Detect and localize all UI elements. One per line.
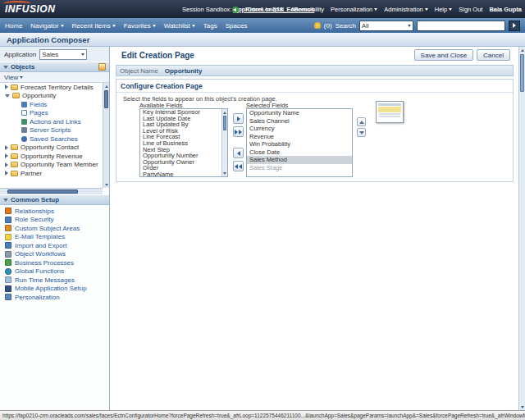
search-scope-select[interactable]: All [359, 21, 413, 31]
move-down-button[interactable] [357, 128, 366, 137]
tree-item-opportunity-revenue[interactable]: Opportunity Revenue [0, 152, 109, 161]
move-all-right-icon [235, 130, 238, 135]
tree-vertical-scrollbar[interactable] [103, 83, 109, 188]
expand-icon[interactable] [5, 153, 8, 158]
relationships-icon [5, 208, 11, 214]
tree-item-server-scripts[interactable]: Server Scripts [0, 126, 109, 135]
window-vertical-scrollbar[interactable] [518, 47, 525, 410]
object-workflows-icon [5, 251, 11, 258]
edit-page-icon[interactable] [98, 63, 106, 71]
sidebar-item-business-processes[interactable]: Business Processes [0, 258, 109, 267]
sign-out-link[interactable]: Sign Out [459, 6, 482, 13]
sidebar-item-mobile-application-setup[interactable]: Mobile Application Setup [0, 285, 109, 294]
selected-field-option[interactable]: Opportunity Name [247, 109, 352, 117]
tree-item-pages[interactable]: Pages [0, 109, 109, 118]
move-all-button[interactable] [233, 126, 244, 137]
search-go-button[interactable] [509, 21, 520, 31]
page-title: Application Composer [7, 35, 89, 44]
sidebar-item-role-security[interactable]: Role Security [0, 216, 109, 225]
scrollbar-thumb[interactable] [104, 90, 108, 108]
user-name: Bala Gupta [489, 6, 522, 13]
nav-tags[interactable]: Tags [203, 22, 217, 30]
sidebar-item-run-time-messages[interactable]: Run Time Messages [0, 276, 109, 285]
expand-icon[interactable] [5, 162, 8, 167]
nav-recent-items-menu[interactable]: Recent Items [72, 22, 116, 30]
sidebar-item-relationships[interactable]: Relationships [0, 207, 109, 216]
chevron-down-icon [192, 25, 195, 27]
help-menu[interactable]: Help [435, 6, 452, 13]
selected-field-option[interactable]: Win Probability [247, 140, 352, 148]
nav-watchlist-menu[interactable]: Watchlist [164, 22, 195, 30]
scroll-down-icon[interactable] [222, 170, 227, 176]
nav-favorites-menu[interactable]: Favorites [124, 22, 156, 30]
return-to-trial-link[interactable]: Return to Trial [245, 6, 284, 13]
save-and-close-button[interactable]: Save and Close [414, 49, 473, 61]
remove-selected-button[interactable] [233, 148, 244, 158]
sidebar-item-object-workflows[interactable]: Object Workflows [0, 250, 109, 259]
application-window: INFUSION Session Sandbox: ApplCoreLong18… [0, 0, 525, 420]
status-url: https://fap0210-crm.oracleads.com/sales/… [2, 413, 525, 418]
expand-icon[interactable] [5, 171, 8, 176]
notifications-bell-icon[interactable] [314, 22, 321, 29]
view-menu[interactable]: View [4, 74, 18, 81]
sidebar-item-global-functions[interactable]: Global Functions [0, 267, 109, 276]
objects-panel-header[interactable]: Objects [0, 62, 109, 72]
sidebar-item-personalization[interactable]: Personalization [0, 293, 109, 302]
collapse-icon [3, 66, 8, 69]
sidebar-item-import-and-export[interactable]: Import and Export [0, 241, 109, 250]
accessibility-link[interactable]: Accessibility [290, 6, 324, 13]
reorder-controls [357, 117, 366, 137]
scroll-up-icon[interactable] [222, 109, 227, 116]
move-selected-button[interactable] [233, 113, 244, 124]
tree-item-forecast-territory-details[interactable]: Forecast Territory Details [0, 83, 109, 92]
nav-home[interactable]: Home [5, 22, 22, 30]
collapse-icon[interactable] [5, 94, 10, 98]
tree-item-opportunity-contact[interactable]: Opportunity Contact [0, 144, 109, 153]
tree-toolbar: View [0, 72, 109, 83]
selected-field-option[interactable]: Revenue [247, 133, 352, 141]
selected-field-option-highlighted[interactable]: Sales Method [247, 156, 352, 164]
scrollbar-thumb[interactable] [223, 116, 226, 130]
selected-fields-list[interactable]: Opportunity Name Sales Channel Currency … [246, 108, 353, 177]
return-to-trial-icon [232, 7, 239, 13]
chevron-down-icon [153, 25, 156, 27]
tree-item-partner[interactable]: Partner [0, 169, 109, 178]
common-setup-panel-header[interactable]: Common Setup [0, 194, 109, 205]
tree-item-opportunity-team-member[interactable]: Opportunity Team Member [0, 161, 109, 170]
scrollbar-thumb[interactable] [7, 189, 78, 194]
expand-icon[interactable] [5, 84, 8, 89]
sidebar-item-custom-subject-areas[interactable]: Custom Subject Areas [0, 224, 109, 233]
selected-field-option-disabled[interactable]: Sales Stage [247, 164, 352, 172]
selected-field-option[interactable]: Close Date [247, 148, 352, 157]
sidebar-item-email-templates[interactable]: E-Mail Templates [0, 233, 109, 242]
selected-field-option[interactable]: Sales Channel [247, 117, 352, 126]
expand-icon[interactable] [5, 145, 8, 150]
available-fields-list[interactable]: Key Internal Sponsor Last Update Date La… [139, 108, 228, 177]
global-search-input[interactable] [417, 21, 505, 31]
tree-horizontal-scrollbar[interactable] [0, 188, 103, 194]
application-select[interactable]: Sales [39, 49, 87, 60]
objects-tree: Forecast Territory Details Opportunity F… [0, 83, 109, 194]
scroll-up-icon[interactable] [519, 47, 525, 53]
scroll-down-icon[interactable] [103, 181, 109, 188]
tree-item-opportunity[interactable]: Opportunity [0, 92, 109, 101]
preview-header [378, 103, 401, 106]
cancel-button[interactable]: Cancel [477, 49, 510, 61]
tree-item-fields[interactable]: Fields [0, 100, 109, 109]
nav-navigator-menu[interactable]: Navigator [30, 22, 63, 30]
tree-item-actions-and-links[interactable]: Actions and Links [0, 117, 109, 126]
selected-field-option[interactable]: Currency [247, 125, 352, 133]
chevron-down-icon [374, 8, 377, 11]
tree-item-saved-searches[interactable]: Saved Searches [0, 135, 109, 144]
scrollbar-thumb[interactable] [520, 54, 524, 92]
available-list-scrollbar[interactable] [221, 109, 227, 176]
available-field-option[interactable]: PartyName [140, 171, 227, 177]
nav-spaces[interactable]: Spaces [226, 22, 248, 30]
arrow-up-icon [359, 121, 364, 124]
administration-menu[interactable]: Administration [384, 6, 428, 13]
remove-all-button[interactable] [233, 161, 244, 171]
personalization-menu[interactable]: Personalization [331, 6, 377, 13]
scroll-down-icon[interactable] [519, 404, 525, 410]
move-up-button[interactable] [357, 117, 366, 126]
scroll-up-icon[interactable] [103, 83, 109, 89]
